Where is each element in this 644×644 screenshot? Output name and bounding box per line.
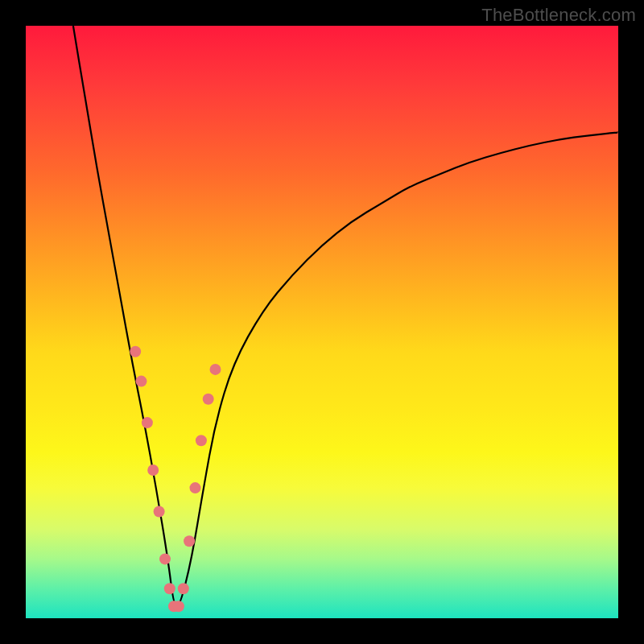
chart-svg [26, 26, 618, 618]
watermark-text: TheBottleneck.com [481, 5, 636, 26]
marker-dot [154, 506, 165, 518]
bottleneck-curve [73, 26, 618, 606]
marker-dot [164, 583, 175, 594]
marker-dot [210, 364, 221, 375]
marker-dot [203, 394, 214, 405]
marker-dot [136, 376, 147, 387]
marker-dot [184, 535, 195, 547]
marker-dot [147, 464, 159, 476]
marker-dot [142, 417, 153, 428]
chart-frame: TheBottleneck.com [0, 0, 644, 644]
marker-dot [130, 346, 141, 357]
marker-dot [173, 601, 184, 612]
plot-area [26, 26, 618, 618]
marker-dot [178, 583, 189, 594]
marker-dot [196, 435, 207, 446]
marker-dot [159, 553, 171, 564]
marker-dot [190, 482, 201, 493]
marker-group [130, 346, 221, 613]
